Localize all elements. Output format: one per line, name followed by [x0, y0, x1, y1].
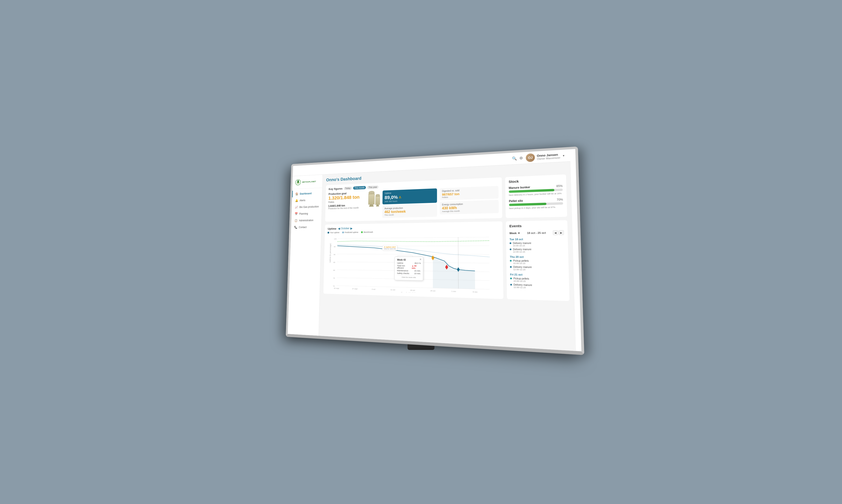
chart-title: Uptime	[328, 227, 336, 230]
tv-screen: 🔍 ⚙ OJ Onno Jansen Owner Maxximizer ▼	[286, 146, 584, 355]
biogas-icon: 📈	[295, 205, 298, 209]
sidebar-item-alerts[interactable]: 🔔 Alerts	[292, 196, 322, 204]
event-info: Delivery manure 12.00-12.15	[513, 248, 531, 253]
tab-this-year[interactable]: This year	[367, 185, 379, 189]
svg-line-11	[337, 254, 489, 254]
date-nav-next[interactable]: ▶	[559, 230, 564, 235]
silo-top	[369, 191, 374, 194]
svg-text:25 oct: 25 oct	[431, 290, 436, 292]
legend-dot-benchmark	[361, 231, 363, 233]
event-item: Pickup pellets 10.00-10.15	[510, 277, 564, 283]
chart-period: October	[341, 227, 350, 230]
sidebar-item-contact[interactable]: 📞 Contact	[291, 223, 321, 231]
uptime-box: Uptime 89,0% ⚠ 268/ 300 hours	[383, 188, 437, 204]
admin-icon: 📋	[295, 219, 298, 222]
stats-col-2: Digested vs. sold 987/657 ton Pellets En…	[440, 186, 499, 214]
tooltip-close-button[interactable]: ✕	[419, 258, 422, 261]
svg-text:11 oct: 11 oct	[390, 289, 396, 291]
topbar-icons: 🔍 ⚙	[512, 156, 523, 161]
pellet-progress-bg	[509, 202, 563, 206]
events-scroll[interactable]: Tue 18 oct Delivery manure 10.00-10.15	[510, 237, 566, 292]
chart-container: 100 95 90 85 80 75 70	[326, 234, 500, 296]
event-info: Pickup pellets 10.00-10.15	[513, 259, 529, 265]
tooltip-footer[interactable]: Click for more info	[397, 275, 421, 278]
event-dot-teal	[510, 277, 512, 279]
tooltip-row-safety: Safety checks 10 min.	[397, 272, 421, 275]
chart-tooltip: ✕ Week 43 Uptime 89,5 % Total non effici…	[394, 257, 423, 281]
tooltip-row-inefficient: Total non efficient ▲ 60 min.	[397, 265, 421, 269]
dashboard: Onno's Dashboard Key figures Today This …	[319, 162, 576, 351]
user-info: Onno Jansen Owner Maxximizer	[537, 153, 560, 160]
legend-label-uptime: Your uptime	[330, 231, 339, 234]
silo-bottom	[369, 204, 374, 207]
chart-header: Uptime ◀ October ▶	[328, 224, 499, 230]
stock-panel: Stock Manure bunker 85% Next delevery in…	[505, 174, 567, 218]
stock-title: Stock	[509, 177, 562, 184]
tooltip-row-maintenance: Maintenance 15 min.	[397, 269, 421, 272]
day-label-thu20: Thu 20 oct	[510, 255, 564, 258]
svg-text:18 oct: 18 oct	[410, 289, 416, 291]
event-item: Delivery manure 10.00-10.15	[510, 242, 563, 247]
benchmark-line	[337, 240, 489, 242]
search-icon[interactable]: 🔍	[512, 156, 517, 161]
sidebar: METHAPLANET 🏠 Dashboard 🔔 Alerts 📈	[288, 175, 323, 336]
day-label-fri21: Fri 21 oct	[510, 273, 564, 277]
main-content: METHAPLANET 🏠 Dashboard 🔔 Alerts 📈	[288, 162, 576, 351]
event-item: Pickup pellets 10.00-10.15	[510, 259, 564, 265]
svg-text:95: 95	[334, 246, 336, 248]
event-item: Delivery manure 12.00-12.15	[510, 283, 564, 290]
production-row: Production goal 1.320/1.848 ton Pellets …	[328, 186, 499, 219]
key-figures-title: Key figures	[329, 187, 343, 191]
date-range: 18 oct - 25 oct	[527, 231, 546, 235]
tab-today[interactable]: Today	[344, 186, 352, 190]
sidebar-item-planning[interactable]: 📅 Planning	[292, 210, 322, 217]
chart-nav: ◀ October ▶	[338, 227, 352, 230]
key-figures-panel: Key figures Today This month This year P…	[325, 177, 502, 221]
sidebar-item-label: Alerts	[299, 199, 305, 202]
chart-nav-next[interactable]: ▶	[350, 227, 353, 230]
date-nav-prev[interactable]: ◀	[553, 230, 558, 235]
top-row: Key figures Today This month This year P…	[325, 174, 567, 221]
legend-label-predicted: Predicted uptime	[345, 231, 358, 233]
event-name: Pickup pellets	[513, 259, 529, 262]
production-goal-value: 1.320/1.848 ton	[329, 195, 365, 200]
avg-production-box: Average production 462 ton/week This mon…	[382, 204, 437, 218]
silo-small	[375, 194, 380, 206]
svg-text:Uptime (in percentage): Uptime (in percentage)	[329, 244, 332, 263]
day-label-tue18: Tue 18 oct	[510, 237, 563, 241]
user-menu[interactable]: OJ Onno Jansen Owner Maxximizer ▼	[526, 151, 565, 162]
avatar: OJ	[526, 153, 535, 162]
event-info: Pickup pellets 10.00-10.15	[513, 277, 529, 283]
sidebar-item-biogas[interactable]: 📈 Bio Gas production	[292, 203, 322, 211]
tooltip-title: Week 43	[397, 259, 421, 262]
pellet-name: Pellet silo	[509, 199, 523, 203]
svg-text:1 nov: 1 nov	[452, 290, 456, 292]
uptime-shade	[433, 257, 475, 289]
stock-item-pellet: Pellet silo 70% Next pickup in 2 days, y…	[509, 198, 563, 210]
sidebar-item-label: Contact	[299, 226, 307, 229]
week-label: Week	[509, 232, 516, 235]
event-dot-teal	[510, 260, 512, 262]
energy-box: Energy consumption 430 kWh Average this …	[440, 200, 499, 214]
event-info: Delivery manure 10.00-10.15	[513, 242, 531, 247]
svg-text:75: 75	[333, 277, 335, 279]
chart-nav-prev[interactable]: ◀	[338, 227, 340, 230]
manure-name: Manure bunker	[509, 185, 530, 190]
svg-text:4 oct: 4 oct	[372, 288, 375, 290]
svg-line-9	[338, 237, 489, 238]
sidebar-item-label: Bio Gas production	[299, 205, 319, 208]
svg-text:85: 85	[333, 262, 335, 264]
uptime-alert-label-1[interactable]: ⚠ Uptime alert Click for more info	[382, 245, 397, 250]
event-info: Delivery manure 12.00-12.15	[513, 266, 532, 271]
legend-dot-predicted	[342, 232, 344, 233]
events-panel: Events Week ▼ 18 oct - 25 oct ◀ ▶	[506, 220, 569, 301]
legend-dot-uptime	[328, 232, 329, 234]
tab-this-month[interactable]: This month	[353, 186, 366, 190]
sidebar-item-administration[interactable]: 📋 Administration	[291, 217, 321, 224]
settings-icon[interactable]: ⚙	[520, 156, 523, 160]
legend-benchmark: Benchmark	[361, 231, 373, 233]
week-selector[interactable]: Week ▼	[509, 232, 520, 235]
alerts-icon: 🔔	[295, 199, 298, 202]
event-dot-blue	[510, 248, 512, 250]
event-name: Delivery manure	[513, 248, 531, 251]
